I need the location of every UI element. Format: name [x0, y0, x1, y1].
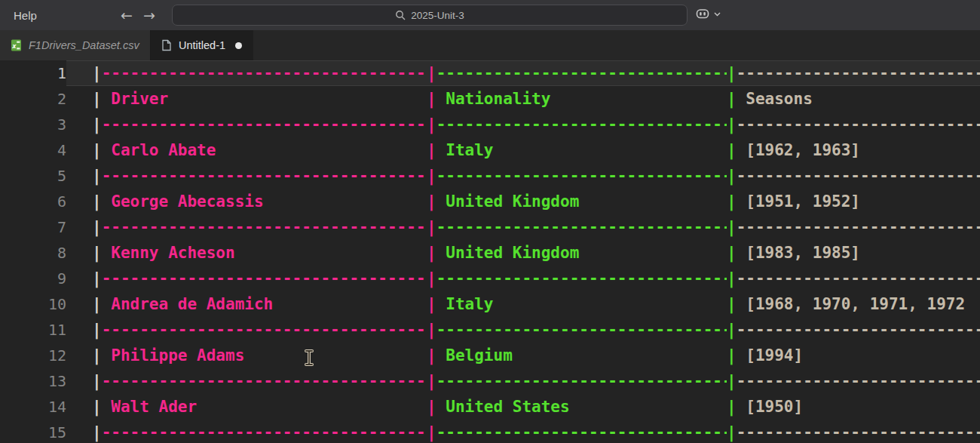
line-number: 9 [0, 266, 66, 291]
line-number: 10 [0, 291, 66, 317]
tab-f1drivers-dataset-csv[interactable]: x F1Drivers_Dataset.csv [0, 30, 151, 60]
editor-line[interactable]: 14 | Walt Ader | United States | [1950] [0, 394, 980, 420]
tab-untitled-1[interactable]: Untitled-1 [151, 30, 253, 60]
title-bar: Help ← → 2025-Unit-3 [0, 0, 980, 30]
menu-help[interactable]: Help [0, 9, 51, 22]
vscode-window: Help ← → 2025-Unit-3 [0, 0, 980, 443]
file-icon [161, 39, 172, 51]
forward-arrow-icon[interactable]: → [143, 7, 155, 23]
editor-line[interactable]: 10 | Andrea de Adamich | Italy | [1968, … [0, 291, 980, 317]
modified-dot-icon[interactable] [235, 42, 242, 49]
search-icon [395, 10, 406, 20]
copilot-icon [695, 6, 710, 21]
editor-line[interactable]: 2 | Driver | Nationality | Seasons [0, 86, 980, 112]
search-input[interactable]: 2025-Unit-3 [172, 5, 688, 26]
line-number: 3 [0, 112, 66, 137]
editor-line[interactable]: 4 | Carlo Abate | Italy | [1962, 1963] [0, 137, 980, 163]
tab-label: F1Drivers_Dataset.csv [29, 39, 139, 51]
editor-line[interactable]: 5 |------------------------------------ … [0, 163, 980, 189]
svg-text:x: x [11, 42, 17, 50]
line-number: 8 [0, 240, 66, 266]
line-number: 7 [0, 214, 66, 240]
editor-line[interactable]: 9 |------------------------------------ … [0, 266, 980, 291]
editor-line[interactable]: 13 |------------------------------------… [0, 368, 980, 394]
line-number: 12 [0, 343, 66, 368]
copilot-button[interactable] [695, 6, 721, 21]
line-number: 11 [0, 317, 66, 343]
line-number: 5 [0, 163, 66, 189]
editor-line[interactable]: 3 |------------------------------------ … [0, 112, 980, 137]
line-number: 6 [0, 189, 66, 214]
back-arrow-icon[interactable]: ← [121, 7, 133, 23]
line-number: 15 [0, 420, 66, 443]
line-number: 14 [0, 394, 66, 420]
tab-bar: x F1Drivers_Dataset.csv Untitled-1 [0, 30, 980, 60]
search-text: 2025-Unit-3 [411, 10, 464, 21]
tab-label: Untitled-1 [179, 39, 225, 51]
editor-line[interactable]: 1 |------------------------------------ … [0, 60, 980, 86]
csv-file-icon: x [11, 39, 22, 51]
editor-pane[interactable]: 1 |------------------------------------ … [0, 60, 980, 443]
editor-line[interactable]: 7 |------------------------------------ … [0, 214, 980, 240]
editor-line[interactable]: 15 |------------------------------------… [0, 420, 980, 443]
editor-line[interactable]: 12 | Philippe Adams | Belgium | [1994] [0, 343, 980, 368]
line-number: 13 [0, 368, 66, 394]
editor-line[interactable]: 11 |------------------------------------… [0, 317, 980, 343]
line-number: 4 [0, 137, 66, 163]
line-number: 2 [0, 86, 66, 112]
line-number: 1 [0, 60, 66, 86]
editor-line[interactable]: 8 | Kenny Acheson | United Kingdom | [19… [0, 240, 980, 266]
text-cursor-pointer [303, 349, 315, 370]
chevron-down-icon [713, 10, 721, 18]
editor-line[interactable]: 6 | George Abecassis | United Kingdom | … [0, 189, 980, 214]
